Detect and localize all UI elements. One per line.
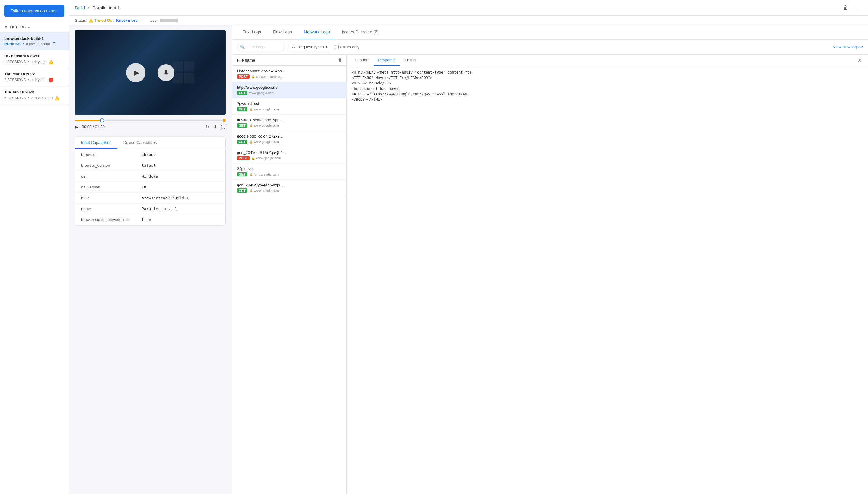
file-list: File name ⇅ ListAccounts?gpsia=1&so... P… (232, 55, 347, 494)
file-list-header: File name ⇅ (232, 55, 347, 66)
method-badge: POST (237, 75, 250, 79)
tab-text-logs[interactable]: Text Logs (237, 25, 267, 39)
file-meta: POST 🔒www.google.com (237, 156, 341, 160)
tab-raw-logs[interactable]: Raw Logs (267, 25, 298, 39)
external-link-icon: ↗ (860, 45, 863, 49)
time-display: 00:00 / 01:39 (82, 125, 105, 129)
video-controls-bar: ▶ 00:00 / 01:39 1x ⬇ ⛶ (75, 124, 226, 130)
caps-key: build (81, 196, 142, 200)
domain-text: 🔒www.google.com (252, 156, 281, 160)
domain-text: www.google.com (249, 91, 274, 95)
errors-only-checkbox[interactable]: Errors only (335, 45, 359, 49)
caps-value: true (142, 217, 151, 222)
error-badge: 🔴 (48, 77, 53, 82)
progress-thumb[interactable] (100, 118, 104, 122)
caps-row: browser_version latest (75, 160, 225, 171)
file-item[interactable]: gen_204?atyp=i&ct=bxjs... GET 🔒www.googl… (232, 180, 347, 196)
filters-bar[interactable]: ▼ FILTERS ⌄ (0, 22, 69, 33)
build-status: 2 SESSIONS • a day ago 🔴 (4, 77, 64, 82)
build-time-2: a day ago (31, 78, 47, 82)
sidebar-item-build-3[interactable]: Thu Mar 10 2022 2 SESSIONS • a day ago 🔴 (0, 68, 69, 86)
caps-value: Windows (142, 174, 158, 178)
file-item[interactable]: ListAccounts?gpsia=1&so... POST 🔒account… (232, 66, 347, 82)
caps-key: os (81, 174, 142, 178)
capabilities-section: Input Capabilities Device Capabilities b… (75, 136, 226, 226)
caps-key: os_version (81, 185, 142, 189)
detail-tabs: Headers Response Timing ✕ (347, 55, 868, 66)
build-list: browserstack-build-1 RUNNING • a few sec… (0, 33, 69, 494)
view-raw-logs-link[interactable]: View Raw logs ↗ (833, 45, 863, 49)
tab-timing[interactable]: Timing (400, 55, 420, 66)
video-controls-overlay: ▶ ⬇ (75, 30, 226, 115)
view-raw-logs-text: View Raw logs (833, 45, 858, 49)
tab-input-capabilities[interactable]: Input Capabilities (75, 137, 117, 149)
left-panel: ▶ ⬇ ▶ (69, 25, 232, 494)
file-item[interactable]: desktop_searchbox_sprit... GET 🔒www.goog… (232, 115, 347, 131)
capabilities-table: browser chrome browser_version latest os… (75, 149, 225, 225)
status-item: Status ⚠️ Timed Out Know more (75, 18, 137, 23)
build-name: Tue Jan 18 2022 (4, 90, 64, 94)
errors-checkbox-input[interactable] (335, 45, 339, 49)
speed-button[interactable]: 1x (205, 125, 210, 129)
file-meta: GET 🔒www.google.com (237, 140, 341, 144)
know-more-link[interactable]: Know more (116, 18, 137, 23)
tab-network-logs[interactable]: Network Logs (298, 25, 336, 39)
build-time-3: 2 months ago (31, 96, 53, 100)
status-value: ⚠️ Timed Out Know more (89, 18, 137, 23)
request-type-dropdown[interactable]: All Request Types ▾ (289, 42, 331, 51)
tab-headers[interactable]: Headers (350, 55, 374, 66)
file-item[interactable]: gen_204?ei=S1ArYqaQL4... POST 🔒www.googl… (232, 147, 347, 164)
status-separator: • (27, 60, 29, 64)
running-label: RUNNING (4, 42, 21, 46)
status-separator: • (27, 78, 29, 82)
close-detail-button[interactable]: ✕ (855, 56, 864, 65)
top-bar: Build > Parallel test 1 🗑 ··· (69, 0, 868, 16)
breadcrumb-build-link[interactable]: Build (75, 5, 85, 10)
timed-out-text: Timed Out (94, 18, 114, 23)
cta-button[interactable]: Talk to automation expert (4, 5, 64, 17)
search-icon: 🔍 (240, 45, 245, 49)
status-separator: • (23, 42, 24, 46)
lock-icon: 🔒 (249, 173, 253, 176)
errors-only-label: Errors only (340, 45, 359, 49)
file-item[interactable]: 24px.svg GET 🔒fonts.gstatic.com (232, 164, 347, 180)
build-name: browserstack-build-1 (4, 36, 64, 41)
fullscreen-button[interactable]: ⛶ (221, 124, 226, 130)
file-name-header-label: File name (237, 58, 255, 62)
logs-toolbar: 🔍 All Request Types ▾ Errors only View R… (232, 39, 868, 55)
delete-button[interactable]: 🗑 (841, 3, 850, 13)
file-item[interactable]: googlelogo_color_272x9... GET 🔒www.googl… (232, 131, 347, 147)
detail-content: <HTML><HEAD><meta http-equiv="content-ty… (347, 66, 868, 494)
sidebar-item-build-4[interactable]: Tue Jan 18 2022 5 SESSIONS • 2 months ag… (0, 86, 69, 104)
file-name: ?gws_rd=ssl (237, 101, 341, 106)
tab-response[interactable]: Response (374, 55, 400, 66)
method-badge: GET (237, 91, 247, 95)
caps-row: os_version 10 (75, 182, 225, 193)
sidebar-item-build-1[interactable]: browserstack-build-1 RUNNING • a few sec… (0, 33, 69, 50)
video-right-controls: 1x ⬇ ⛶ (205, 124, 226, 130)
tab-device-capabilities[interactable]: Device Capabilities (117, 137, 163, 149)
method-badge: GET (237, 107, 247, 111)
method-badge: GET (237, 172, 247, 176)
domain-text: 🔒www.google.com (249, 189, 279, 192)
build-status: 5 SESSIONS • 2 months ago ⚠️ (4, 96, 64, 100)
warn-badge: ⚠️ (48, 59, 53, 64)
method-badge: GET (237, 189, 247, 193)
download-small-button[interactable]: ⬇ (214, 124, 217, 130)
download-button[interactable]: ⬇ (158, 64, 174, 81)
main-content: Build > Parallel test 1 🗑 ··· Status ⚠️ … (69, 0, 868, 494)
detail-panel: Headers Response Timing ✕ <HTML><HEAD><m… (347, 55, 868, 494)
tab-issues-detected[interactable]: Issues Detected (2) (336, 25, 385, 39)
lock-icon: 🔒 (252, 75, 255, 78)
right-panel: Text Logs Raw Logs Network Logs Issues D… (232, 25, 868, 494)
progress-track[interactable] (75, 120, 226, 121)
file-item[interactable]: ?gws_rd=ssl GET 🔒www.google.com (232, 98, 347, 115)
play-small-button[interactable]: ▶ (75, 125, 78, 129)
sidebar-cta-section: Talk to automation expert (0, 0, 69, 22)
sidebar-item-build-2[interactable]: DC network viewer 1 SESSIONS • a day ago… (0, 50, 69, 68)
sort-icon[interactable]: ⇅ (338, 58, 341, 62)
more-options-button[interactable]: ··· (854, 3, 862, 13)
file-item[interactable]: http://www.google.com/ GET www.google.co… (232, 82, 347, 98)
method-badge: POST (237, 156, 250, 160)
play-button[interactable]: ▶ (126, 63, 146, 82)
